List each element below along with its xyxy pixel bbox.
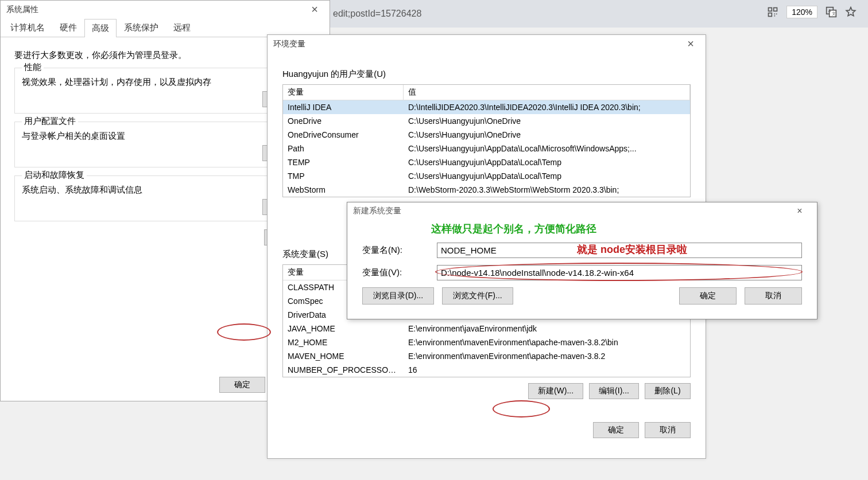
- var-name: JAVA_HOME: [283, 323, 404, 334]
- group-performance-title: 性能: [22, 62, 44, 73]
- browse-file-button[interactable]: 浏览文件(F)...: [442, 287, 513, 305]
- user-vars-table: 变量 值 IntelliJ IDEAD:\IntelliJIDEA2020.3\…: [282, 84, 691, 197]
- browse-directory-button[interactable]: 浏览目录(D)...: [362, 287, 434, 305]
- table-row[interactable]: TEMPC:\Users\Huangyujun\AppData\Local\Te…: [283, 155, 690, 169]
- table-row[interactable]: OneDriveConsumerC:\Users\Huangyujun\OneD…: [283, 128, 690, 142]
- var-name: M2_HOME: [283, 337, 404, 348]
- svg-rect-4: [776, 14, 777, 15]
- var-value: C:\Users\Huangyujun\AppData\Local\Micros…: [404, 143, 690, 154]
- var-name: MAVEN_HOME: [283, 350, 404, 362]
- var-value: C:\Users\Huangyujun\AppData\Local\Temp: [404, 157, 690, 168]
- env-cancel-button[interactable]: 取消: [645, 422, 691, 438]
- var-name-input[interactable]: NODE_HOME: [437, 243, 802, 258]
- var-name: NUMBER_OF_PROCESSORS: [283, 364, 404, 376]
- var-value: D:\WebStorm-2020.3.3\WebStorm\WebStorm 2…: [404, 184, 690, 196]
- tab-advanced[interactable]: 高级: [84, 19, 117, 37]
- var-name: WebStorm: [283, 184, 404, 196]
- col-header-value[interactable]: 值: [404, 85, 690, 100]
- group-user-profiles-title: 用户配置文件: [22, 116, 78, 127]
- group-user-profiles-desc: 与登录帐户相关的桌面设置: [22, 131, 308, 142]
- svg-rect-1: [774, 8, 777, 11]
- delete-sysvar-button[interactable]: 删除(L): [645, 383, 691, 399]
- new-system-variable-dialog: 新建系统变量 × 这样做只是起个别名，方便简化路径 就是 node安装根目录啦 …: [347, 202, 817, 319]
- var-name: OneDriveConsumer: [283, 129, 404, 141]
- var-value: C:\Users\Huangyujun\OneDrive: [404, 129, 690, 141]
- url-fragment: edit;postId=15726428: [333, 9, 421, 19]
- table-row[interactable]: TMPC:\Users\Huangyujun\AppData\Local\Tem…: [283, 169, 690, 183]
- var-name: TEMP: [283, 157, 404, 168]
- table-row[interactable]: M2_HOMEE:\environment\mavenEvironment\ap…: [283, 335, 690, 349]
- table-row[interactable]: IntelliJ IDEAD:\IntelliJIDEA2020.3\Intel…: [283, 100, 690, 114]
- star-icon[interactable]: [845, 6, 857, 18]
- svg-rect-2: [769, 13, 772, 17]
- var-name-label: 变量名(N):: [362, 245, 437, 256]
- tab-remote[interactable]: 远程: [166, 18, 198, 37]
- var-value: E:\environment\mavenEvironment\apache-ma…: [404, 337, 690, 348]
- var-value: E:\environment\mavenEvironment\apache-ma…: [404, 350, 690, 362]
- var-value: D:\IntelliJIDEA2020.3\IntelliJIDEA2020.3…: [404, 102, 690, 113]
- group-performance-desc: 视觉效果，处理器计划，内存使用，以及虚拟内存: [22, 77, 308, 88]
- env-title: 环境变量: [273, 39, 305, 49]
- svg-text:A: A: [828, 9, 831, 13]
- zoom-level[interactable]: 120%: [786, 6, 817, 18]
- var-name: Path: [283, 143, 404, 154]
- user-vars-section-title: Huangyujun 的用户变量(U): [282, 69, 691, 80]
- table-row[interactable]: JAVA_HOMEE:\environment\javaEnvironment\…: [283, 322, 690, 335]
- col-header-variable[interactable]: 变量: [283, 85, 404, 100]
- var-value: E:\environment\javaEnvironment\jdk: [404, 323, 690, 334]
- annotation-green: 这样做只是起个别名，方便简化路径: [431, 222, 802, 236]
- tab-system-protection[interactable]: 系统保护: [117, 18, 166, 37]
- table-row[interactable]: MAVEN_HOMEE:\environment\mavenEvironment…: [283, 349, 690, 363]
- sysprop-ok-button[interactable]: 确定: [219, 377, 265, 393]
- tab-computer-name[interactable]: 计算机名: [3, 18, 52, 37]
- table-row[interactable]: WebStormD:\WebStorm-2020.3.3\WebStorm\We…: [283, 183, 690, 197]
- close-icon[interactable]: ×: [679, 37, 702, 50]
- var-value: 16: [404, 364, 690, 376]
- table-row[interactable]: NUMBER_OF_PROCESSORS16: [283, 363, 690, 377]
- svg-rect-3: [774, 14, 776, 15]
- tab-hardware[interactable]: 硬件: [52, 18, 84, 37]
- svg-rect-5: [774, 15, 776, 17]
- var-value-input[interactable]: D:\node-v14.18\nodeInstall\node-v14.18.2…: [437, 265, 802, 280]
- group-startup-recovery-desc: 系统启动、系统故障和调试信息: [22, 185, 308, 196]
- var-name: TMP: [283, 170, 404, 182]
- newvar-title: 新建系统变量: [353, 206, 401, 216]
- close-icon[interactable]: ×: [788, 206, 811, 216]
- translate-icon[interactable]: A文: [826, 6, 837, 18]
- env-ok-button[interactable]: 确定: [593, 422, 639, 438]
- qr-icon[interactable]: [767, 6, 778, 18]
- var-name: OneDrive: [283, 115, 404, 127]
- close-icon[interactable]: ×: [303, 3, 326, 16]
- group-startup-recovery-title: 启动和故障恢复: [22, 170, 87, 181]
- new-sysvar-button[interactable]: 新建(W)...: [528, 383, 583, 399]
- var-value: C:\Users\Huangyujun\AppData\Local\Temp: [404, 170, 690, 182]
- edit-sysvar-button[interactable]: 编辑(I)...: [589, 383, 639, 399]
- table-row[interactable]: PathC:\Users\Huangyujun\AppData\Local\Mi…: [283, 142, 690, 155]
- svg-text:文: 文: [832, 11, 836, 15]
- svg-rect-0: [769, 8, 772, 11]
- newvar-ok-button[interactable]: 确定: [679, 287, 737, 305]
- newvar-cancel-button[interactable]: 取消: [745, 287, 802, 305]
- sysprop-title: 系统属性: [6, 5, 38, 15]
- var-value: C:\Users\Huangyujun\OneDrive: [404, 115, 690, 127]
- table-row[interactable]: OneDriveC:\Users\Huangyujun\OneDrive: [283, 114, 690, 128]
- var-value-label: 变量值(V):: [362, 267, 437, 278]
- var-name: IntelliJ IDEA: [283, 102, 404, 113]
